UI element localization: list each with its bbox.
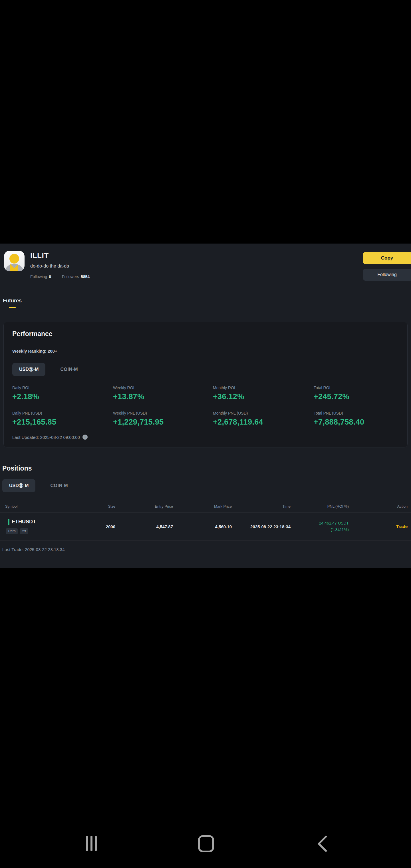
metric-label: Daily ROI: [12, 385, 113, 390]
tab-futures-label: Futures: [3, 298, 22, 304]
metric-value: +1,229,715.95: [113, 418, 213, 427]
metric-value: +2.18%: [12, 392, 113, 401]
trade-link[interactable]: Trade: [396, 524, 408, 529]
profile-stats: Following 0 Followers 5854: [30, 274, 90, 279]
header-time: Time: [232, 504, 290, 508]
profile-name: ILLIT: [30, 251, 90, 260]
positions-table: Symbol Size Entry Price Mark Price Time …: [0, 500, 411, 541]
metric-monthly-pnl: Monthly PNL (USD) +2,678,119.64: [213, 411, 314, 427]
metric-weekly-pnl: Weekly PNL (USD) +1,229,715.95: [113, 411, 213, 427]
followers-value: 5854: [81, 274, 90, 279]
metric-value: +215,165.85: [12, 418, 113, 427]
performance-title: Performance: [12, 330, 399, 338]
android-navigation-bar: [0, 825, 411, 868]
metric-label: Weekly PNL (USD): [113, 411, 213, 415]
metric-value: +2,678,119.64: [213, 418, 314, 427]
entry-price-cell: 4,547.87: [115, 524, 173, 529]
positions-section: Positions USDⓈ-M COIN-M Symbol Size Entr…: [0, 465, 411, 552]
performance-card: Performance Weekly Ranking: 200+ USDⓈ-M …: [3, 322, 408, 447]
profile-info: ILLIT do-do-do the da-da Following 0 Fol…: [30, 251, 90, 279]
header-entry-price: Entry Price: [115, 504, 173, 508]
pnl-value: 24,461.47 USDT: [290, 520, 349, 527]
header-pnl-roi: PNL (ROI %): [290, 504, 349, 508]
tab-futures[interactable]: Futures: [3, 298, 22, 308]
metric-label: Monthly PNL (USD): [213, 411, 314, 415]
metric-value: +7,888,758.40: [314, 418, 399, 427]
leverage-badge: 5x: [20, 528, 28, 534]
metric-total-roi: Total ROI +245.72%: [314, 385, 399, 401]
person-head-shape: [9, 254, 19, 264]
performance-metrics: Daily ROI +2.18% Weekly ROI +13.87% Mont…: [12, 385, 399, 427]
positions-title: Positions: [0, 465, 411, 472]
metric-value: +13.87%: [113, 392, 213, 401]
metric-daily-pnl: Daily PNL (USD) +215,165.85: [12, 411, 113, 427]
header-symbol: Symbol: [5, 504, 58, 508]
following-button[interactable]: Following: [363, 269, 411, 281]
long-side-indicator: [8, 519, 9, 525]
mark-price-cell: 4,560.10: [173, 524, 232, 529]
size-cell: 2000: [58, 524, 115, 529]
header-mark-price: Mark Price: [173, 504, 232, 508]
followers-label: Followers: [62, 274, 79, 279]
following-label: Following: [30, 274, 47, 279]
metric-daily-roi: Daily ROI +2.18%: [12, 385, 113, 401]
profile-bio: do-do-do the da-da: [30, 264, 90, 269]
metric-label: Monthly ROI: [213, 385, 314, 390]
perp-badge: Perp: [6, 528, 18, 534]
last-updated-row: Last Updated: 2025-08-22 09:00:00 i: [12, 435, 399, 440]
symbol-name: ETHUSDT: [12, 519, 36, 525]
header-size: Size: [58, 504, 115, 508]
performance-tab-usd-m[interactable]: USDⓈ-M: [12, 363, 45, 376]
info-icon[interactable]: i: [83, 435, 88, 440]
metric-label: Weekly ROI: [113, 385, 213, 390]
recents-icon[interactable]: [86, 836, 97, 851]
active-tab-indicator: [9, 307, 16, 308]
metric-value: +36.12%: [213, 392, 314, 401]
copy-trading-profile-screen: ILLIT do-do-do the da-da Following 0 Fol…: [0, 244, 411, 568]
performance-tab-coin-m[interactable]: COIN-M: [60, 367, 78, 372]
followers-stat[interactable]: Followers 5854: [62, 274, 90, 279]
metric-weekly-roi: Weekly ROI +13.87%: [113, 385, 213, 401]
metric-total-pnl: Total PNL (USD) +7,888,758.40: [314, 411, 399, 427]
home-icon[interactable]: [198, 835, 214, 852]
profile-actions: Copy Following: [363, 251, 411, 281]
metric-label: Total PNL (USD): [314, 411, 399, 415]
profile-header: ILLIT do-do-do the da-da Following 0 Fol…: [0, 244, 411, 281]
action-cell: Trade: [349, 524, 408, 529]
positions-tab-usd-m[interactable]: USDⓈ-M: [2, 479, 35, 492]
positions-tab-coin-m[interactable]: COIN-M: [50, 483, 68, 488]
roi-value: (1.3411%): [290, 527, 349, 533]
back-icon[interactable]: [316, 835, 328, 854]
header-action: Action: [349, 504, 408, 508]
page-tabs: Futures: [0, 298, 411, 308]
following-value: 0: [49, 274, 51, 279]
metric-label: Daily PNL (USD): [12, 411, 113, 415]
symbol-cell: ETHUSDT Perp 5x: [5, 519, 58, 534]
metric-label: Total ROI: [314, 385, 399, 390]
avatar: [4, 251, 25, 271]
performance-market-tabs: USDⓈ-M COIN-M: [12, 363, 399, 376]
metric-monthly-roi: Monthly ROI +36.12%: [213, 385, 314, 401]
positions-market-tabs: USDⓈ-M COIN-M: [0, 479, 411, 492]
last-trade-text: Last Trade: 2025-08-22 23:18:34: [0, 547, 411, 552]
symbol-badges: Perp 5x: [6, 528, 58, 534]
metric-value: +245.72%: [314, 392, 399, 401]
table-header-row: Symbol Size Entry Price Mark Price Time …: [0, 500, 411, 512]
pnl-cell: 24,461.47 USDT (1.3411%): [290, 520, 349, 533]
last-updated-text: Last Updated: 2025-08-22 09:00:00: [12, 435, 80, 440]
table-row: ETHUSDT Perp 5x 2000 4,547.87 4,560.10 2…: [0, 512, 411, 541]
time-cell: 2025-08-22 23:18:34: [232, 524, 290, 529]
following-stat[interactable]: Following 0: [30, 274, 51, 279]
weekly-ranking: Weekly Ranking: 200+: [12, 349, 399, 353]
copy-button[interactable]: Copy: [363, 252, 411, 264]
